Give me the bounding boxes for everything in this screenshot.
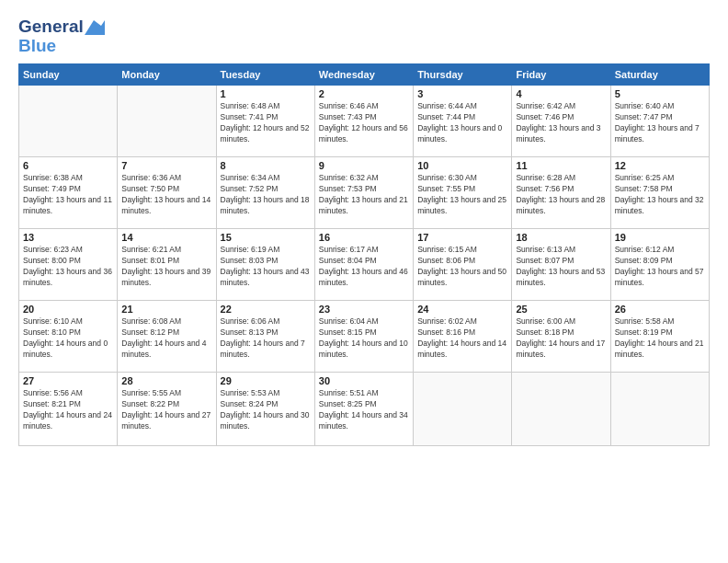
- calendar-cell: [512, 373, 610, 446]
- day-info: Sunrise: 6:21 AM Sunset: 8:01 PM Dayligh…: [121, 245, 211, 289]
- day-info: Sunrise: 6:40 AM Sunset: 7:47 PM Dayligh…: [615, 101, 705, 145]
- day-info: Sunrise: 6:13 AM Sunset: 8:07 PM Dayligh…: [516, 245, 606, 289]
- day-info: Sunrise: 6:30 AM Sunset: 7:55 PM Dayligh…: [417, 173, 507, 217]
- calendar-cell: 5Sunrise: 6:40 AM Sunset: 7:47 PM Daylig…: [610, 86, 709, 157]
- header-day-tuesday: Tuesday: [216, 64, 314, 86]
- calendar-cell: 26Sunrise: 5:58 AM Sunset: 8:19 PM Dayli…: [610, 301, 709, 373]
- day-number: 18: [516, 232, 606, 243]
- calendar-cell: 11Sunrise: 6:28 AM Sunset: 7:56 PM Dayli…: [512, 157, 610, 229]
- calendar-week-4: 20Sunrise: 6:10 AM Sunset: 8:10 PM Dayli…: [19, 301, 710, 373]
- day-info: Sunrise: 6:32 AM Sunset: 7:53 PM Dayligh…: [319, 173, 409, 217]
- day-info: Sunrise: 6:19 AM Sunset: 8:03 PM Dayligh…: [221, 245, 311, 289]
- header-day-friday: Friday: [512, 64, 610, 86]
- day-info: Sunrise: 6:06 AM Sunset: 8:13 PM Dayligh…: [221, 316, 311, 361]
- day-number: 5: [615, 88, 705, 99]
- calendar-cell: 10Sunrise: 6:30 AM Sunset: 7:55 PM Dayli…: [414, 157, 512, 229]
- day-number: 12: [615, 160, 705, 171]
- day-info: Sunrise: 6:17 AM Sunset: 8:04 PM Dayligh…: [319, 245, 409, 289]
- day-number: 16: [319, 232, 409, 243]
- calendar-cell: 14Sunrise: 6:21 AM Sunset: 8:01 PM Dayli…: [118, 229, 216, 301]
- calendar-cell: 20Sunrise: 6:10 AM Sunset: 8:10 PM Dayli…: [19, 301, 118, 373]
- day-info: Sunrise: 6:08 AM Sunset: 8:12 PM Dayligh…: [121, 316, 211, 361]
- day-info: Sunrise: 5:51 AM Sunset: 8:25 PM Dayligh…: [319, 388, 409, 432]
- calendar-cell: 27Sunrise: 5:56 AM Sunset: 8:21 PM Dayli…: [19, 373, 118, 446]
- header-day-monday: Monday: [118, 64, 216, 86]
- calendar-cell: 22Sunrise: 6:06 AM Sunset: 8:13 PM Dayli…: [216, 301, 314, 373]
- day-info: Sunrise: 6:15 AM Sunset: 8:06 PM Dayligh…: [417, 245, 507, 289]
- calendar-cell: 23Sunrise: 6:04 AM Sunset: 8:15 PM Dayli…: [314, 301, 413, 373]
- logo: General Blue: [18, 17, 105, 54]
- day-number: 3: [417, 88, 507, 99]
- day-number: 8: [221, 160, 311, 171]
- day-number: 24: [417, 304, 507, 315]
- calendar-cell: 3Sunrise: 6:44 AM Sunset: 7:44 PM Daylig…: [414, 86, 512, 157]
- day-number: 30: [319, 375, 409, 386]
- day-number: 1: [221, 88, 311, 99]
- calendar-cell: 12Sunrise: 6:25 AM Sunset: 7:58 PM Dayli…: [610, 157, 709, 229]
- day-number: 27: [23, 375, 113, 386]
- day-info: Sunrise: 6:44 AM Sunset: 7:44 PM Dayligh…: [417, 101, 507, 145]
- calendar-cell: [118, 86, 216, 157]
- calendar-cell: 18Sunrise: 6:13 AM Sunset: 8:07 PM Dayli…: [512, 229, 610, 301]
- day-number: 23: [319, 304, 409, 315]
- day-number: 9: [319, 160, 409, 171]
- day-info: Sunrise: 6:28 AM Sunset: 7:56 PM Dayligh…: [516, 173, 606, 217]
- day-info: Sunrise: 6:34 AM Sunset: 7:52 PM Dayligh…: [221, 173, 311, 217]
- calendar-cell: 21Sunrise: 6:08 AM Sunset: 8:12 PM Dayli…: [118, 301, 216, 373]
- calendar-week-3: 13Sunrise: 6:23 AM Sunset: 8:00 PM Dayli…: [19, 229, 710, 301]
- calendar-cell: 17Sunrise: 6:15 AM Sunset: 8:06 PM Dayli…: [414, 229, 512, 301]
- header-day-sunday: Sunday: [19, 64, 118, 86]
- day-info: Sunrise: 6:02 AM Sunset: 8:16 PM Dayligh…: [417, 316, 507, 361]
- day-number: 17: [417, 232, 507, 243]
- calendar-cell: 1Sunrise: 6:48 AM Sunset: 7:41 PM Daylig…: [216, 86, 314, 157]
- day-info: Sunrise: 5:56 AM Sunset: 8:21 PM Dayligh…: [23, 388, 113, 432]
- day-info: Sunrise: 6:46 AM Sunset: 7:43 PM Dayligh…: [319, 101, 409, 145]
- day-info: Sunrise: 6:23 AM Sunset: 8:00 PM Dayligh…: [23, 245, 113, 289]
- day-info: Sunrise: 6:42 AM Sunset: 7:46 PM Dayligh…: [516, 101, 606, 145]
- calendar-week-1: 1Sunrise: 6:48 AM Sunset: 7:41 PM Daylig…: [19, 86, 710, 157]
- calendar-header-row: SundayMondayTuesdayWednesdayThursdayFrid…: [19, 64, 710, 86]
- calendar-cell: [19, 86, 118, 157]
- day-info: Sunrise: 6:12 AM Sunset: 8:09 PM Dayligh…: [615, 245, 705, 289]
- calendar-table: SundayMondayTuesdayWednesdayThursdayFrid…: [18, 63, 710, 446]
- day-number: 19: [615, 232, 705, 243]
- day-info: Sunrise: 6:48 AM Sunset: 7:41 PM Dayligh…: [221, 101, 311, 145]
- day-number: 21: [121, 304, 211, 315]
- calendar-cell: 6Sunrise: 6:38 AM Sunset: 7:49 PM Daylig…: [19, 157, 118, 229]
- logo-bird-icon: [85, 20, 105, 35]
- day-info: Sunrise: 6:10 AM Sunset: 8:10 PM Dayligh…: [23, 316, 113, 361]
- day-number: 2: [319, 88, 409, 99]
- day-number: 29: [221, 375, 311, 386]
- day-info: Sunrise: 6:36 AM Sunset: 7:50 PM Dayligh…: [121, 173, 211, 217]
- calendar-week-5: 27Sunrise: 5:56 AM Sunset: 8:21 PM Dayli…: [19, 373, 710, 446]
- calendar-cell: 7Sunrise: 6:36 AM Sunset: 7:50 PM Daylig…: [118, 157, 216, 229]
- calendar-cell: 16Sunrise: 6:17 AM Sunset: 8:04 PM Dayli…: [314, 229, 413, 301]
- day-number: 14: [121, 232, 211, 243]
- day-number: 22: [221, 304, 311, 315]
- logo-general: General: [18, 17, 84, 37]
- calendar-week-2: 6Sunrise: 6:38 AM Sunset: 7:49 PM Daylig…: [19, 157, 710, 229]
- header-day-thursday: Thursday: [414, 64, 512, 86]
- day-number: 10: [417, 160, 507, 171]
- logo-blue: Blue: [18, 37, 56, 54]
- day-number: 25: [516, 304, 606, 315]
- day-info: Sunrise: 6:04 AM Sunset: 8:15 PM Dayligh…: [319, 316, 409, 361]
- calendar-cell: 15Sunrise: 6:19 AM Sunset: 8:03 PM Dayli…: [216, 229, 314, 301]
- svg-marker-0: [85, 20, 105, 35]
- calendar-cell: 25Sunrise: 6:00 AM Sunset: 8:18 PM Dayli…: [512, 301, 610, 373]
- calendar-cell: [610, 373, 709, 446]
- calendar-cell: 29Sunrise: 5:53 AM Sunset: 8:24 PM Dayli…: [216, 373, 314, 446]
- calendar-cell: 28Sunrise: 5:55 AM Sunset: 8:22 PM Dayli…: [118, 373, 216, 446]
- header-day-saturday: Saturday: [610, 64, 709, 86]
- day-number: 20: [23, 304, 113, 315]
- day-number: 7: [121, 160, 211, 171]
- day-number: 26: [615, 304, 705, 315]
- calendar-cell: 4Sunrise: 6:42 AM Sunset: 7:46 PM Daylig…: [512, 86, 610, 157]
- day-number: 28: [121, 375, 211, 386]
- day-info: Sunrise: 6:38 AM Sunset: 7:49 PM Dayligh…: [23, 173, 113, 217]
- calendar-cell: 2Sunrise: 6:46 AM Sunset: 7:43 PM Daylig…: [314, 86, 413, 157]
- calendar-cell: 8Sunrise: 6:34 AM Sunset: 7:52 PM Daylig…: [216, 157, 314, 229]
- day-info: Sunrise: 5:53 AM Sunset: 8:24 PM Dayligh…: [221, 388, 311, 432]
- day-number: 11: [516, 160, 606, 171]
- day-number: 6: [23, 160, 113, 171]
